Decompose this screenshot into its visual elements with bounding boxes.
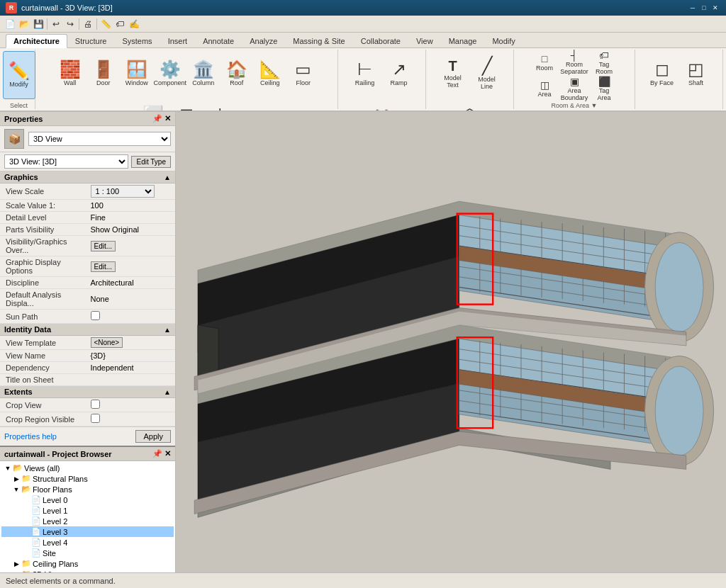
ribbon-btn-shaft[interactable]: ◰ Shaft: [680, 50, 713, 98]
tree-item[interactable]: ▼📂Floor Plans: [1, 484, 174, 494]
qa-open-button[interactable]: 📂: [17, 17, 31, 31]
qa-save-button[interactable]: 💾: [31, 17, 45, 31]
minimize-button[interactable]: ─: [688, 3, 698, 13]
ribbon-btn-area-boundary[interactable]: ▣ Area Boundary: [560, 77, 588, 100]
graphic-display-label: Graphic Display Options: [0, 256, 88, 277]
curtain-grid-icon: ⊞: [179, 106, 194, 112]
qa-tag-button[interactable]: 🏷: [113, 17, 127, 31]
ribbon-btn-tag-room[interactable]: 🏷 Tag Room: [590, 51, 618, 74]
identity-collapse-icon: ▲: [164, 326, 171, 334]
ribbon-btn-wall[interactable]: 🧱 Wall: [54, 50, 86, 98]
tree-item-label: Level 0: [43, 496, 172, 504]
ribbon-btn-model-group[interactable]: ⬡ Model Group: [454, 99, 486, 112]
tab-collaborate[interactable]: Collaborate: [353, 34, 408, 47]
prop-view-name-select[interactable]: 3D View: [3D]: [4, 154, 128, 169]
ribbon-btn-tag-area[interactable]: ⬛ Tag Area: [590, 77, 618, 100]
ribbon-btn-modify[interactable]: ✏️ Modify: [3, 51, 35, 99]
ribbon-btn-window[interactable]: 🪟 Window: [121, 50, 153, 98]
tree-item[interactable]: 📄Site: [1, 548, 174, 558]
ribbon-btn-model-text[interactable]: T Model Text: [437, 50, 469, 98]
ribbon-btn-area[interactable]: ◫ Area: [530, 77, 559, 100]
crop-region-checkbox[interactable]: [91, 414, 100, 423]
close-button[interactable]: ✕: [710, 3, 720, 13]
room-sep-icon: ┤: [571, 50, 578, 61]
graphic-display-edit-button[interactable]: Edit...: [91, 261, 116, 272]
crop-view-checkbox[interactable]: [91, 400, 100, 409]
ribbon-btn-mullion[interactable]: ┼ Mullion: [203, 98, 236, 112]
ribbon-btn-room[interactable]: □ Room: [530, 51, 559, 74]
main-layout: Properties 📌 ✕ 📦 3D View 3D View: [3D] E…: [0, 112, 726, 572]
room-icon: □: [542, 53, 547, 64]
tree-item[interactable]: ▶📁Ceiling Plans: [1, 558, 174, 569]
tree-item[interactable]: 📄Level 0: [1, 494, 174, 505]
tab-modify[interactable]: Modify: [484, 34, 523, 47]
tree-item[interactable]: 📄Level 1: [1, 505, 174, 516]
properties-pin-icon[interactable]: 📌: [152, 114, 162, 123]
prop-section-extents-header[interactable]: Extents ▲: [0, 386, 175, 398]
ribbon-btn-railing[interactable]: ⊢ Railing: [349, 50, 381, 98]
view-template-button[interactable]: <None>: [91, 337, 123, 348]
viewport[interactable]: [176, 112, 726, 572]
tree-item[interactable]: ▶📁3D Views: [1, 569, 174, 572]
ribbon-btn-roof[interactable]: 🏠 Roof: [220, 50, 253, 98]
project-browser-pin-icon[interactable]: 📌: [152, 449, 162, 458]
qa-annotate-button[interactable]: ✍: [127, 17, 141, 31]
extents-section-title: Extents: [4, 388, 33, 396]
ribbon-btn-room-sep[interactable]: ┤ Room Separator: [560, 51, 588, 74]
prop-section-graphics-header[interactable]: Graphics ▲: [0, 171, 175, 183]
sun-path-checkbox[interactable]: [91, 311, 100, 320]
tree-item[interactable]: ▼📂Views (all): [1, 463, 174, 473]
ribbon-btn-model-line[interactable]: ╱ Model Line: [471, 50, 503, 98]
prop-view-type-select[interactable]: 3D View: [28, 132, 171, 146]
qa-measure-button[interactable]: 📏: [99, 17, 113, 31]
tab-annotate[interactable]: Annotate: [195, 34, 242, 47]
tree-item[interactable]: 📄Level 3: [1, 526, 174, 537]
tab-architecture[interactable]: Architecture: [6, 34, 67, 48]
prop-type-selector: 📦 3D View: [0, 126, 175, 152]
tree-item[interactable]: ▶📁Structural Plans: [1, 473, 174, 484]
tab-systems[interactable]: Systems: [114, 34, 160, 47]
title-bar-buttons[interactable]: ─ □ ✕: [688, 3, 720, 13]
qa-separator-2: [79, 18, 79, 30]
sun-path-value: [88, 310, 176, 324]
ribbon-btn-floor[interactable]: ▭ Floor: [287, 50, 320, 98]
qa-separator-3: [96, 18, 97, 30]
tree-item-label: Level 2: [43, 517, 172, 526]
view-scale-select[interactable]: 1 : 100: [91, 185, 155, 198]
ribbon-btn-ceiling[interactable]: 📐 Ceiling: [254, 50, 286, 98]
project-browser-tree[interactable]: ▼📂Views (all)▶📁Structural Plans▼📂Floor P…: [0, 461, 175, 572]
prop-edit-type-button[interactable]: Edit Type: [131, 156, 171, 168]
tab-massing[interactable]: Massing & Site: [285, 34, 352, 47]
ribbon-btn-wall-opening[interactable]: ▩ Wall: [663, 99, 696, 112]
ribbon-btn-door[interactable]: 🚪 Door: [87, 50, 120, 98]
qa-new-button[interactable]: 📄: [3, 17, 17, 31]
qa-print-button[interactable]: 🖨: [81, 17, 95, 31]
ribbon-btn-by-face[interactable]: ◻ By Face: [646, 50, 678, 98]
tab-manage[interactable]: Manage: [441, 34, 485, 47]
qa-undo-button[interactable]: ↩: [49, 17, 63, 31]
ribbon-btn-column[interactable]: 🏛️ Column: [187, 50, 220, 98]
tab-structure[interactable]: Structure: [67, 34, 115, 47]
vis-graphics-edit-button[interactable]: Edit...: [91, 241, 116, 251]
roof-icon: 🏠: [226, 61, 247, 78]
maximize-button[interactable]: □: [699, 3, 709, 13]
project-browser-close-icon[interactable]: ✕: [164, 449, 171, 458]
ribbon-btn-curtain-system[interactable]: ⬜ Curtain System: [137, 98, 169, 112]
prop-section-identity-header[interactable]: Identity Data ▲: [0, 324, 175, 336]
ribbon-btn-curtain-grid[interactable]: ⊞ Curtain Grid: [170, 98, 203, 112]
tab-analyze[interactable]: Analyze: [242, 34, 285, 47]
title-on-sheet-value: [88, 374, 176, 386]
properties-help-link[interactable]: Properties help: [4, 432, 57, 441]
area-boundary-icon: ▣: [570, 76, 579, 87]
apply-button[interactable]: Apply: [135, 430, 171, 443]
tree-item[interactable]: 📄Level 4: [1, 537, 174, 548]
ribbon-btn-component[interactable]: ⚙️ Component: [154, 50, 186, 98]
qa-redo-button[interactable]: ↪: [63, 17, 77, 31]
tree-item[interactable]: 📄Level 2: [1, 516, 174, 526]
tag-room-icon: 🏷: [599, 50, 609, 61]
ribbon-btn-ramp[interactable]: ↗ Ramp: [383, 50, 415, 98]
ribbon-btn-stair[interactable]: 🪜 Stair: [366, 99, 398, 112]
tab-insert[interactable]: Insert: [160, 34, 196, 47]
properties-close-icon[interactable]: ✕: [164, 114, 171, 123]
tab-view[interactable]: View: [408, 34, 441, 47]
